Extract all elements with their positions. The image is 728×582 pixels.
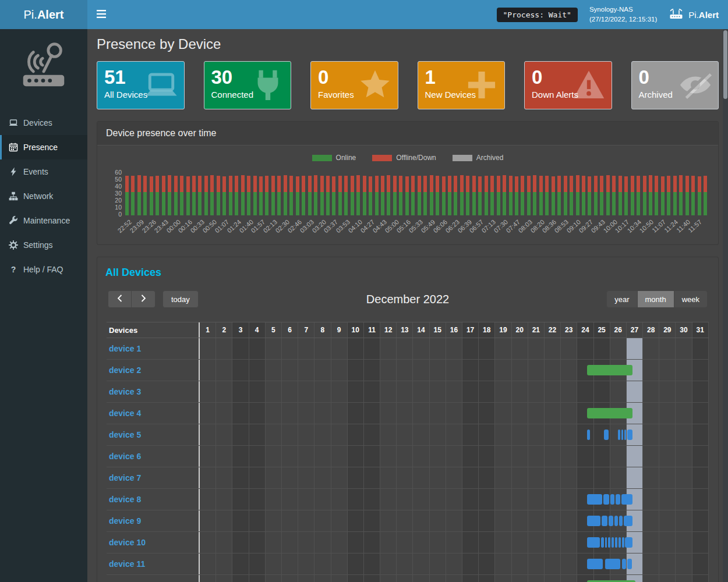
prev-button[interactable]: [108, 290, 132, 308]
offline-segment: [454, 176, 457, 192]
online-segment: [606, 192, 610, 215]
day-cell: [413, 510, 429, 531]
device-link[interactable]: device 4: [109, 409, 141, 418]
presence-bar[interactable]: [624, 430, 627, 440]
presence-bar[interactable]: [587, 408, 632, 418]
day-cell: [512, 424, 528, 445]
pialert-logo: [0, 29, 87, 111]
presence-bar[interactable]: [614, 516, 618, 526]
scrollbar-thumb[interactable]: [723, 30, 727, 99]
sidebar-item-events[interactable]: Events: [0, 159, 87, 184]
device-link[interactable]: device 3: [109, 387, 141, 396]
day-cell: [200, 467, 216, 488]
day-cell: [528, 467, 545, 488]
week-view-button[interactable]: week: [674, 290, 708, 308]
day-cell: [216, 360, 232, 381]
next-button[interactable]: [132, 290, 156, 308]
day-cell: [331, 403, 348, 424]
y-tick-label: 10: [108, 204, 122, 211]
day-cell: [643, 381, 659, 402]
sidebar-item-help-faq[interactable]: ?Help / FAQ: [0, 257, 87, 282]
device-link[interactable]: device 7: [109, 473, 141, 482]
presence-bar[interactable]: [616, 494, 620, 505]
presence-bar[interactable]: [624, 516, 633, 526]
device-link[interactable]: device 9: [109, 516, 141, 526]
month-view-button[interactable]: month: [638, 290, 674, 308]
presence-bar[interactable]: [627, 559, 632, 569]
presence-bar[interactable]: [621, 430, 623, 440]
sidebar-item-maintenance[interactable]: Maintenance: [0, 208, 87, 233]
presence-bar[interactable]: [608, 537, 610, 548]
presence-bar[interactable]: [615, 537, 617, 548]
presence-bar[interactable]: [622, 559, 626, 569]
day-cell: [430, 446, 446, 467]
day-cell: [643, 489, 659, 510]
online-segment: [289, 192, 293, 215]
presence-bar[interactable]: [603, 494, 609, 505]
day-header-cell: 7: [298, 322, 314, 338]
device-link[interactable]: device 2: [109, 365, 141, 375]
legend-swatch: [312, 155, 332, 161]
device-link[interactable]: device 5: [109, 430, 141, 439]
presence-bar[interactable]: [605, 559, 620, 569]
offline-segment: [387, 175, 390, 192]
year-view-button[interactable]: year: [606, 290, 637, 308]
device-link[interactable]: device 11: [109, 559, 145, 569]
presence-bar[interactable]: [622, 537, 624, 548]
stat-card-all-devices[interactable]: 51All Devices: [97, 61, 185, 109]
legend-label: Offline/Down: [396, 154, 436, 162]
presence-bar[interactable]: [604, 430, 609, 440]
presence-bar[interactable]: [625, 537, 632, 548]
sidebar-item-presence[interactable]: Presence: [0, 135, 87, 159]
presence-bar[interactable]: [619, 537, 621, 548]
stat-card-down-alerts[interactable]: 0Down Alerts: [524, 61, 612, 109]
scrollbar[interactable]: [723, 29, 728, 582]
presence-bar[interactable]: [609, 516, 613, 526]
offline-segment: [326, 176, 330, 192]
sidebar-item-settings[interactable]: Settings: [0, 233, 87, 257]
presence-bar[interactable]: [612, 537, 614, 548]
presence-bar[interactable]: [621, 494, 633, 505]
presence-bar[interactable]: [587, 430, 590, 440]
chart-bar: [704, 169, 707, 215]
presence-bar[interactable]: [587, 365, 632, 375]
presence-bar[interactable]: [605, 537, 607, 548]
device-link[interactable]: device 8: [109, 495, 141, 504]
online-segment: [582, 192, 585, 215]
presence-bar[interactable]: [587, 516, 600, 526]
online-segment: [637, 192, 640, 215]
day-cell: [364, 446, 380, 467]
stat-card-archived[interactable]: 0Archived: [631, 61, 719, 109]
app-logo[interactable]: Pi.Alert: [0, 0, 87, 29]
device-name-cell: device 10: [107, 532, 199, 553]
presence-bar[interactable]: [587, 559, 603, 569]
sidebar-toggle-button[interactable]: [87, 0, 115, 29]
day-cell: [200, 381, 216, 402]
presence-bar[interactable]: [610, 494, 614, 505]
presence-bar[interactable]: [627, 430, 632, 440]
presence-bar[interactable]: [602, 516, 607, 526]
online-segment: [198, 192, 202, 215]
stat-card-favorites[interactable]: 0Favorites: [310, 61, 398, 109]
day-cell: [462, 467, 479, 488]
stat-card-connected[interactable]: 30Connected: [204, 61, 292, 109]
offline-segment: [564, 176, 567, 192]
chart-bar: [509, 169, 513, 215]
sidebar-item-devices[interactable]: Devices: [0, 111, 87, 135]
day-cell: [397, 381, 413, 402]
sidebar-item-network[interactable]: Network: [0, 184, 87, 208]
presence-bar[interactable]: [618, 430, 620, 440]
device-link[interactable]: device 6: [109, 452, 141, 461]
device-link[interactable]: device 1: [109, 344, 141, 353]
presence-bar[interactable]: [601, 537, 604, 548]
today-button[interactable]: today: [162, 290, 199, 308]
presence-bar[interactable]: [587, 537, 600, 548]
day-cell: [643, 553, 659, 574]
presence-bar[interactable]: [619, 516, 623, 526]
offline-segment: [284, 175, 287, 192]
presence-bar[interactable]: [587, 494, 602, 505]
navbar-brand-right[interactable]: Pi.Alert: [669, 8, 719, 22]
online-segment: [192, 192, 196, 215]
device-link[interactable]: device 10: [109, 538, 146, 547]
stat-card-new-devices[interactable]: 1New Devices: [418, 61, 506, 109]
